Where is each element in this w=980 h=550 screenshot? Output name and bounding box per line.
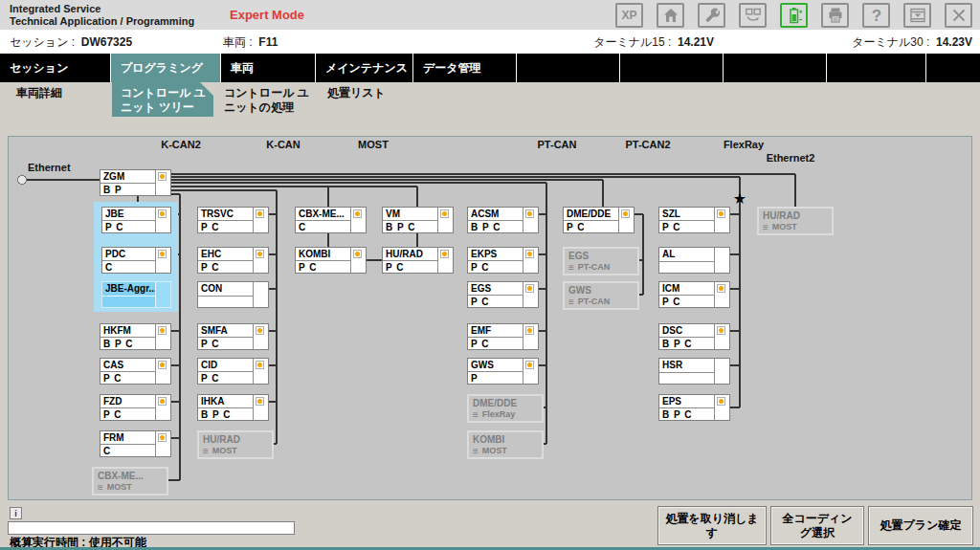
menu-data-management[interactable]: データ管理: [413, 54, 516, 82]
cancel-actions-button[interactable]: 処置を取り消します: [657, 506, 767, 545]
ecu-box-cbx-me[interactable]: CBX-ME...C: [295, 207, 367, 233]
ecu-flags: P C: [102, 221, 155, 232]
ecu-name: HU/RAD: [383, 248, 437, 261]
ecu-box-smfa[interactable]: SMFAP C: [197, 323, 269, 350]
ecu-name: EHC: [198, 248, 253, 261]
ecu-box-egs[interactable]: EGS≡PT-CAN: [563, 247, 639, 275]
battery-voltage-button[interactable]: [780, 3, 808, 28]
print-button[interactable]: [821, 3, 849, 28]
home-button[interactable]: [657, 3, 684, 28]
ecu-box-hsr[interactable]: HSR: [658, 358, 730, 385]
ecu-icon-cell: [155, 170, 170, 195]
ecu-box-ehc[interactable]: EHCP C: [197, 247, 269, 274]
ecu-box-gws[interactable]: GWSP: [467, 358, 539, 385]
ecu-name: KOMBI: [469, 432, 542, 445]
ecu-box-ekps[interactable]: EKPSP C: [467, 247, 539, 274]
menu-session[interactable]: セッション: [0, 54, 110, 82]
status-icon[interactable]: [256, 361, 264, 369]
ecu-box-kombi[interactable]: KOMBIP C: [295, 247, 367, 274]
status-icon[interactable]: [717, 209, 725, 218]
ecu-icon-cell: [350, 248, 366, 273]
ecu-box-hu-rad[interactable]: HU/RAD≡MOST: [757, 207, 834, 235]
status-icon[interactable]: [717, 397, 725, 406]
tools-button[interactable]: [698, 3, 725, 28]
status-icon[interactable]: [158, 397, 167, 406]
ecu-box-eps[interactable]: EPSB P C: [658, 394, 730, 421]
status-icon[interactable]: [525, 209, 534, 218]
ecu-box-icm[interactable]: ICMP C: [658, 281, 730, 308]
ecu-box-gws[interactable]: GWS≡PT-CAN: [563, 281, 639, 310]
confirm-action-plan-button[interactable]: 処置プラン確定: [868, 506, 973, 545]
ecu-box-fzd[interactable]: FZDP C: [100, 394, 171, 421]
tab-action-list[interactable]: 処置リスト: [319, 82, 412, 117]
ecu-box-dme-dde[interactable]: DME/DDE≡FlexRay: [467, 394, 544, 423]
tab-control-unit-actions[interactable]: コントロール ユニットの処理: [215, 82, 317, 117]
ecu-box-hu-rad[interactable]: HU/RAD≡MOST: [197, 430, 274, 459]
ecu-box-emf[interactable]: EMFP C: [467, 323, 539, 350]
status-icon[interactable]: [158, 209, 167, 218]
screen-swap-button[interactable]: [739, 3, 767, 28]
select-all-coding-button[interactable]: 全コーディング選択: [770, 506, 864, 545]
status-icon[interactable]: [256, 209, 264, 218]
ecu-box-al[interactable]: AL: [658, 247, 730, 274]
status-icon[interactable]: [256, 397, 264, 406]
ecu-box-dsc[interactable]: DSCB P C: [658, 323, 730, 350]
terminal30-label: ターミナル30 :: [852, 35, 929, 49]
menu-programming[interactable]: プログラミング: [111, 54, 220, 82]
bus-label-most: MOST: [358, 139, 389, 150]
ecu-box-cbx-me[interactable]: CBX-ME...≡MOST: [92, 467, 168, 495]
ecu-box-cas[interactable]: CASP C: [100, 358, 171, 385]
status-icon[interactable]: [440, 209, 449, 218]
hide-panel-button[interactable]: [903, 3, 931, 28]
ecu-icon-cell: [253, 248, 268, 273]
status-icon[interactable]: [525, 284, 534, 293]
status-icon[interactable]: [717, 326, 725, 335]
ecu-name: EPS: [659, 395, 714, 408]
ecu-box-jbe-aggr[interactable]: JBE-Aggr...: [101, 281, 171, 308]
ecu-box-vm[interactable]: VMB P C: [382, 207, 454, 233]
ecu-box-jbe[interactable]: JBEP C: [101, 207, 171, 233]
status-icon[interactable]: [525, 361, 534, 369]
help-button[interactable]: ?: [862, 3, 890, 28]
ecu-box-dme-dde[interactable]: DME/DDEP C: [563, 207, 635, 233]
tab-vehicle-details[interactable]: 車両詳細: [8, 82, 110, 117]
status-icon[interactable]: [158, 361, 167, 369]
menu-vehicle[interactable]: 車両: [221, 54, 315, 82]
ecu-bus-name: MOST: [482, 446, 507, 455]
status-icon[interactable]: [525, 250, 534, 258]
status-icon[interactable]: [158, 172, 167, 181]
status-icon[interactable]: [717, 284, 725, 293]
ecu-box-acsm[interactable]: ACSMB P C: [467, 207, 539, 233]
ecu-name: GWS: [565, 283, 637, 296]
ecu-box-hkfm[interactable]: HKFMB P C: [100, 323, 171, 350]
status-icon[interactable]: [158, 326, 167, 335]
status-icon[interactable]: [440, 250, 449, 258]
status-icon[interactable]: [353, 250, 362, 258]
ecu-box-trsvc[interactable]: TRSVCP C: [197, 207, 269, 233]
xp-button[interactable]: XP: [615, 3, 643, 28]
ecu-box-con[interactable]: CON: [197, 281, 269, 308]
bus-label-k-can: K-CAN: [266, 139, 300, 150]
ecu-box-cid[interactable]: CIDP C: [197, 358, 269, 385]
ecu-box-egs[interactable]: EGSP C: [467, 281, 539, 308]
ecu-box-pdc[interactable]: PDCC: [101, 247, 171, 274]
status-icon[interactable]: [256, 326, 264, 335]
ecu-box-ihka[interactable]: IHKAB P C: [197, 394, 269, 421]
ecu-box-szl[interactable]: SZLP C: [658, 207, 730, 233]
info-icon[interactable]: i: [10, 507, 22, 519]
ecu-box-kombi[interactable]: KOMBI≡MOST: [467, 430, 544, 459]
ecu-name: JBE-Aggr...: [102, 282, 155, 297]
ecu-box-frm[interactable]: FRMC: [100, 430, 171, 457]
menu-maintenance[interactable]: メインテナンス: [316, 54, 412, 82]
status-icon[interactable]: [621, 209, 630, 218]
ecu-box-zgm[interactable]: ZGMB P: [100, 169, 171, 196]
ecu-flags: P C: [383, 261, 437, 273]
status-icon[interactable]: [256, 250, 264, 258]
status-icon[interactable]: [158, 250, 167, 258]
close-button[interactable]: [945, 3, 972, 28]
status-icon[interactable]: [525, 326, 534, 335]
ecu-box-hu-rad[interactable]: HU/RADP C: [382, 247, 454, 274]
status-icon[interactable]: [353, 209, 362, 218]
tab-control-unit-tree[interactable]: コントロール ユニット ツリー: [112, 82, 213, 117]
status-icon[interactable]: [158, 433, 167, 442]
